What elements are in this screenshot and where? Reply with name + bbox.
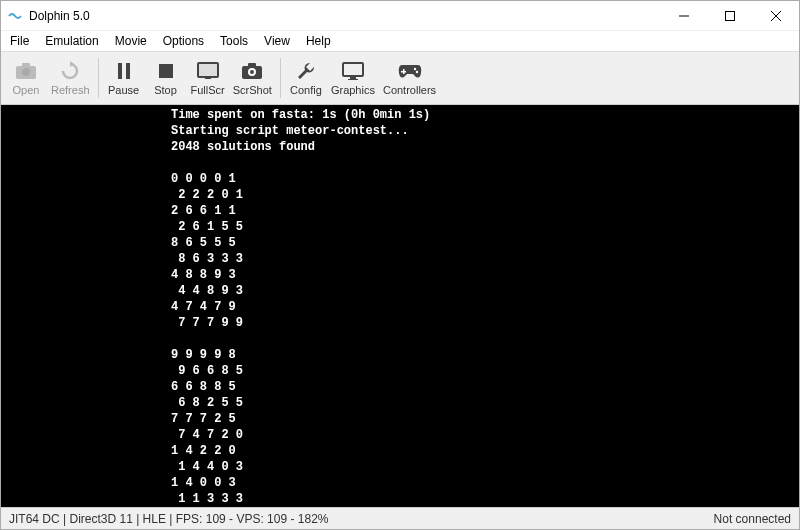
window-title: Dolphin 5.0 [29,9,661,23]
svg-rect-7 [118,63,122,79]
toolbar-group-config: Config Graphics Controllers [285,54,440,102]
screenshot-label: ScrShot [233,84,272,96]
svg-rect-11 [205,77,211,79]
svg-rect-20 [401,71,406,73]
maximize-icon [725,11,735,21]
console-line: 2 2 2 0 1 [1,187,799,203]
console-line: 1 1 3 3 3 [1,491,799,507]
toolbar-separator [98,58,99,98]
menubar: File Emulation Movie Options Tools View … [1,31,799,51]
controllers-button[interactable]: Controllers [379,54,440,102]
pause-icon [112,60,136,82]
screenshot-button[interactable]: ScrShot [229,54,276,102]
refresh-button: Refresh [47,54,94,102]
close-button[interactable] [753,1,799,31]
console-line: 6 6 8 8 5 [1,379,799,395]
graphics-label: Graphics [331,84,375,96]
console-line [1,155,799,171]
toolbar: Open Refresh Pause Stop FullScr [1,51,799,105]
app-window: Dolphin 5.0 File Emulation Movie Options… [0,0,800,530]
console-line: 7 7 7 9 9 [1,315,799,331]
console-line: 4 8 8 9 3 [1,267,799,283]
minimize-icon [679,11,689,21]
console-line: 0 0 0 0 1 [1,171,799,187]
graphics-button[interactable]: Graphics [327,54,379,102]
console-line: 7 4 7 2 0 [1,427,799,443]
refresh-icon [58,60,82,82]
svg-rect-9 [159,64,173,78]
console-line: 6 8 2 5 5 [1,395,799,411]
console-line: Starting script meteor-contest... [1,123,799,139]
svg-point-15 [250,70,254,74]
refresh-label: Refresh [51,84,90,96]
stop-button[interactable]: Stop [145,54,187,102]
statusbar: JIT64 DC | Direct3D 11 | HLE | FPS: 109 … [1,507,799,529]
svg-point-6 [22,68,30,76]
toolbar-separator [280,58,281,98]
console-line: 2048 solutions found [1,139,799,155]
svg-point-21 [413,68,415,70]
svg-rect-13 [248,63,256,67]
fullscreen-icon [196,60,220,82]
open-button: Open [5,54,47,102]
window-controls [661,1,799,31]
pause-label: Pause [108,84,139,96]
camera-icon [14,60,38,82]
console-line: 7 7 7 2 5 [1,411,799,427]
svg-rect-1 [726,11,735,20]
console-line: 1 4 0 0 3 [1,475,799,491]
svg-rect-10 [198,63,218,77]
console-line: 8 6 3 3 3 [1,251,799,267]
console-line: 4 4 8 9 3 [1,283,799,299]
fullscreen-label: FullScr [191,84,225,96]
pause-button[interactable]: Pause [103,54,145,102]
svg-rect-16 [343,63,363,76]
controllers-label: Controllers [383,84,436,96]
close-icon [771,11,781,21]
console-line: 8 6 5 5 5 [1,235,799,251]
svg-rect-17 [350,77,356,79]
stop-icon [154,60,178,82]
svg-rect-8 [126,63,130,79]
svg-rect-5 [22,63,30,67]
fullscreen-button[interactable]: FullScr [187,54,229,102]
console-line [1,331,799,347]
config-label: Config [290,84,322,96]
console-line: 4 7 4 7 9 [1,299,799,315]
minimize-button[interactable] [661,1,707,31]
app-icon [7,8,23,24]
console-line: 1 4 4 0 3 [1,459,799,475]
menu-view[interactable]: View [257,32,297,50]
status-right: Not connected [706,512,799,526]
menu-emulation[interactable]: Emulation [38,32,105,50]
config-button[interactable]: Config [285,54,327,102]
console-line: 2 6 6 1 1 [1,203,799,219]
svg-point-22 [415,71,417,73]
toolbar-group-file: Open Refresh [5,54,94,102]
maximize-button[interactable] [707,1,753,31]
console-line: 9 9 9 9 8 [1,347,799,363]
svg-rect-18 [348,79,358,80]
game-render-area: Time spent on fasta: 1s (0h 0min 1s)Star… [1,105,799,507]
console-line: 9 6 6 8 5 [1,363,799,379]
wrench-icon [294,60,318,82]
menu-options[interactable]: Options [156,32,211,50]
console-line: 2 6 1 5 5 [1,219,799,235]
titlebar: Dolphin 5.0 [1,1,799,31]
toolbar-group-emulation: Pause Stop FullScr ScrShot [103,54,276,102]
screenshot-icon [240,60,264,82]
open-label: Open [13,84,40,96]
console-line: Time spent on fasta: 1s (0h 0min 1s) [1,107,799,123]
status-left: JIT64 DC | Direct3D 11 | HLE | FPS: 109 … [1,512,336,526]
console-line: 1 4 2 2 0 [1,443,799,459]
gamepad-icon [398,60,422,82]
menu-file[interactable]: File [3,32,36,50]
menu-tools[interactable]: Tools [213,32,255,50]
stop-label: Stop [154,84,177,96]
menu-movie[interactable]: Movie [108,32,154,50]
menu-help[interactable]: Help [299,32,338,50]
monitor-icon [341,60,365,82]
